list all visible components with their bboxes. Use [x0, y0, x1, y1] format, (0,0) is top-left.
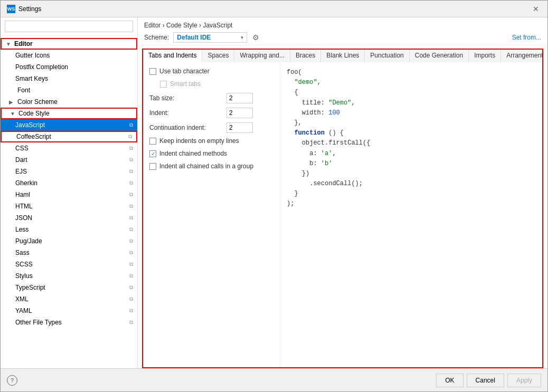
apply-button[interactable]: Apply — [507, 374, 541, 387]
copy-icon: ⧉ — [129, 284, 133, 291]
sidebar-item-font[interactable]: Font — [1, 84, 137, 96]
code-line: a: 'a', — [287, 149, 536, 159]
sidebar-item-gutter-icons[interactable]: Gutter Icons — [1, 50, 137, 61]
sidebar-item-yaml[interactable]: YAML ⧉ — [1, 305, 137, 317]
sidebar-item-other-file-types[interactable]: Other File Types ⧉ — [1, 317, 137, 328]
sidebar-item-coffeescript[interactable]: CoffeeScript ⧉ — [1, 131, 137, 142]
use-tab-character-row: Use tab character — [149, 68, 273, 75]
sidebar-item-less[interactable]: Less ⧉ — [1, 224, 137, 235]
tab-size-row: Tab size: — [149, 93, 273, 103]
indent-all-chained-calls-checkbox[interactable] — [149, 163, 156, 170]
indent-all-chained-calls-label[interactable]: Indent all chained calls in a group — [159, 162, 253, 170]
sidebar-item-code-style[interactable]: ▼ Code Style — [1, 108, 137, 119]
item-label: Less — [15, 226, 29, 233]
tabs-row: Tabs and Indents Spaces Wrapping and... … — [142, 49, 543, 62]
editor-section[interactable]: ▼ Editor — [1, 38, 137, 50]
sidebar-item-gherkin[interactable]: Gherkin ⧉ — [1, 177, 137, 189]
copy-icon: ⧉ — [129, 122, 133, 128]
app-icon: WS — [7, 5, 15, 13]
copy-icon: ⧉ — [129, 308, 133, 314]
sidebar-item-json[interactable]: JSON ⧉ — [1, 212, 137, 224]
search-input[interactable] — [5, 21, 133, 32]
tabs-and-content: Tabs and Indents Spaces Wrapping and... … — [138, 45, 547, 368]
item-label: Font — [17, 87, 30, 94]
title-bar: WS Settings ✕ — [1, 1, 547, 17]
sidebar-item-typescript[interactable]: TypeScript ⧉ — [1, 282, 137, 293]
copy-icon: ⧉ — [129, 250, 133, 256]
scheme-select[interactable]: Default IDE — [173, 32, 247, 43]
tab-blank-lines[interactable]: Blank Lines — [321, 50, 365, 62]
sidebar-item-html[interactable]: HTML ⧉ — [1, 200, 137, 212]
sidebar-item-scss[interactable]: SCSS ⧉ — [1, 259, 137, 270]
close-button[interactable]: ✕ — [531, 4, 541, 14]
sidebar-item-css[interactable]: CSS ⧉ — [1, 142, 137, 154]
keep-indents-label[interactable]: Keep indents on empty lines — [159, 137, 239, 145]
bottom-bar: ? OK Cancel Apply — [1, 368, 547, 391]
scheme-gear-button[interactable]: ⚙ — [251, 32, 260, 43]
sidebar-item-dart[interactable]: Dart ⧉ — [1, 154, 137, 166]
copy-icon: ⧉ — [129, 238, 133, 244]
item-label: CoffeeScript — [16, 133, 51, 140]
scheme-row: Scheme: Default IDE ⚙ Set from... — [144, 32, 541, 43]
item-label: Postfix Completion — [15, 63, 68, 71]
smart-tabs-checkbox[interactable] — [160, 81, 167, 88]
keep-indents-row: Keep indents on empty lines — [149, 137, 273, 145]
sidebar-item-ejs[interactable]: EJS ⧉ — [1, 166, 137, 177]
sidebar-item-haml[interactable]: Haml ⧉ — [1, 189, 137, 200]
continuation-indent-input[interactable] — [226, 122, 253, 133]
expand-icon: ▼ — [10, 111, 17, 117]
item-label: EJS — [15, 168, 27, 175]
item-label: Color Scheme — [17, 98, 58, 106]
item-label: Gutter Icons — [15, 52, 50, 59]
right-panel: Editor › Code Style › JavaScript Scheme:… — [138, 17, 547, 368]
indent-chained-methods-checkbox[interactable] — [149, 150, 156, 157]
use-tab-character-checkbox[interactable] — [149, 68, 156, 75]
item-label: HTML — [15, 203, 33, 210]
ok-button[interactable]: OK — [436, 374, 463, 387]
copy-icon: ⧉ — [129, 203, 133, 209]
indent-all-chained-calls-row: Indent all chained calls in a group — [149, 162, 273, 170]
sidebar-item-javascript[interactable]: JavaScript ⧉ — [1, 119, 137, 131]
expand-icon: ▶ — [9, 99, 16, 105]
copy-icon: ⧉ — [129, 168, 133, 175]
indent-chained-methods-label[interactable]: Indent chained methods — [159, 150, 227, 157]
tab-tabs-indents[interactable]: Tabs and Indents — [143, 50, 202, 62]
indent-chained-methods-row: Indent chained methods — [149, 150, 273, 157]
sidebar-item-sass[interactable]: Sass ⧉ — [1, 247, 137, 259]
left-panel: ▼ Editor Gutter Icons Postfix Completion… — [1, 17, 138, 368]
tab-spaces[interactable]: Spaces — [202, 50, 234, 62]
indent-input[interactable] — [226, 108, 253, 118]
help-button[interactable]: ? — [7, 375, 17, 386]
code-line: { — [287, 88, 536, 98]
sidebar-item-smart-keys[interactable]: Smart Keys — [1, 73, 137, 84]
sidebar-item-pug-jade[interactable]: Pug/Jade ⧉ — [1, 235, 137, 247]
indent-label: Indent: — [149, 109, 223, 117]
cancel-button[interactable]: Cancel — [467, 374, 504, 387]
use-tab-character-label[interactable]: Use tab character — [159, 68, 210, 75]
code-line: foo( — [287, 68, 536, 78]
keep-indents-checkbox[interactable] — [149, 138, 156, 145]
smart-tabs-row: Smart tabs — [160, 80, 273, 88]
item-label: Code Style — [18, 110, 50, 117]
tab-wrapping[interactable]: Wrapping and... — [234, 50, 290, 62]
tab-size-input[interactable] — [226, 93, 253, 103]
tab-punctuation[interactable]: Punctuation — [365, 50, 409, 62]
set-from-link[interactable]: Set from... — [512, 34, 541, 41]
item-label: Other File Types — [15, 319, 62, 326]
copy-icon: ⧉ — [129, 261, 133, 267]
code-line: width: 100 — [287, 108, 536, 118]
item-label: CSS — [15, 145, 29, 152]
sidebar-item-xml[interactable]: XML ⧉ — [1, 293, 137, 305]
tab-size-label: Tab size: — [149, 94, 223, 102]
tab-arrangement[interactable]: Arrangement — [501, 50, 543, 62]
tab-code-generation[interactable]: Code Generation — [410, 50, 469, 62]
right-header: Editor › Code Style › JavaScript Scheme:… — [138, 17, 547, 45]
tab-imports[interactable]: Imports — [469, 50, 501, 62]
tab-braces[interactable]: Braces — [290, 50, 321, 62]
sidebar-item-stylus[interactable]: Stylus ⧉ — [1, 270, 137, 282]
bottom-buttons: OK Cancel Apply — [436, 374, 541, 387]
sidebar-item-postfix-completion[interactable]: Postfix Completion — [1, 61, 137, 73]
sidebar-item-color-scheme[interactable]: ▶ Color Scheme — [1, 96, 137, 108]
item-label: JavaScript — [15, 121, 45, 129]
item-label: SCSS — [15, 261, 33, 268]
